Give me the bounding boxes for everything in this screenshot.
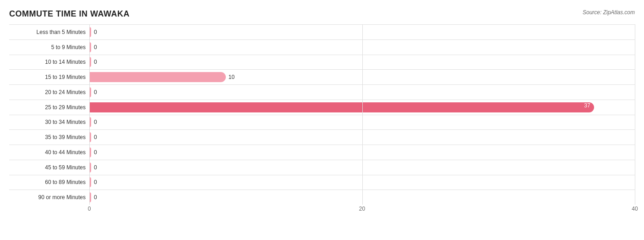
bar-label: 5 to 9 Minutes [9, 44, 89, 50]
bar-fill [89, 147, 91, 157]
bar-value: 37 [584, 102, 590, 109]
bar-value: 0 [94, 164, 97, 171]
bar-fill [89, 192, 91, 202]
bar-fill: 37 [89, 102, 594, 112]
chart-area: Less than 5 Minutes05 to 9 Minutes010 to… [9, 24, 635, 205]
bar-value: 0 [94, 179, 97, 185]
chart-title: COMMUTE TIME IN WAWAKA [9, 9, 130, 19]
bar-track: 0 [89, 25, 635, 39]
bar-fill [89, 27, 91, 37]
bar-fill [89, 177, 91, 187]
bar-row: 40 to 44 Minutes0 [9, 145, 635, 160]
bar-row: 25 to 29 Minutes37 [9, 100, 635, 115]
grid-line [635, 24, 635, 205]
bar-row: 20 to 24 Minutes0 [9, 84, 635, 100]
bar-row: 35 to 39 Minutes0 [9, 129, 635, 145]
bar-track: 10 [89, 70, 635, 84]
bar-value: 0 [94, 119, 97, 125]
bar-row: 90 or more Minutes0 [9, 190, 635, 205]
bar-track: 0 [89, 85, 635, 100]
bar-fill [89, 132, 91, 142]
bar-track: 0 [89, 160, 635, 175]
bar-label: 60 to 89 Minutes [9, 179, 89, 185]
bar-fill [89, 162, 91, 173]
chart-source: Source: ZipAtlas.com [583, 9, 635, 16]
bar-label: 30 to 34 Minutes [9, 119, 89, 125]
bar-value: 0 [94, 29, 97, 35]
bar-label: 40 to 44 Minutes [9, 149, 89, 156]
bar-track: 0 [89, 175, 635, 190]
bar-track: 0 [89, 115, 635, 130]
bar-row: 60 to 89 Minutes0 [9, 175, 635, 190]
bar-fill [89, 87, 91, 97]
bar-value: 0 [94, 44, 97, 50]
x-tick-label: 20 [359, 206, 365, 212]
bar-track: 0 [89, 130, 635, 145]
bar-row: 15 to 19 Minutes10 [9, 69, 635, 84]
bar-fill [89, 42, 91, 52]
bar-label: 10 to 14 Minutes [9, 59, 89, 65]
bar-label: 25 to 29 Minutes [9, 104, 89, 111]
x-axis: 02040 [89, 206, 635, 215]
bar-track: 0 [89, 190, 635, 205]
bar-label: 90 or more Minutes [9, 194, 89, 201]
bar-label: 20 to 24 Minutes [9, 89, 89, 95]
chart-header: COMMUTE TIME IN WAWAKA Source: ZipAtlas.… [9, 9, 635, 19]
bar-row: Less than 5 Minutes0 [9, 24, 635, 39]
bar-row: 30 to 34 Minutes0 [9, 115, 635, 130]
bar-track: 0 [89, 40, 635, 55]
chart-container: COMMUTE TIME IN WAWAKA Source: ZipAtlas.… [0, 0, 644, 240]
bar-label: 45 to 59 Minutes [9, 164, 89, 171]
bar-track: 37 [89, 100, 635, 115]
bar-track: 0 [89, 145, 635, 160]
bar-fill [89, 72, 226, 82]
x-tick-label: 40 [632, 206, 638, 212]
bar-row: 45 to 59 Minutes0 [9, 160, 635, 175]
bar-value: 10 [229, 74, 235, 80]
bar-value: 0 [94, 89, 97, 95]
bar-row: 10 to 14 Minutes0 [9, 55, 635, 70]
bar-value: 0 [94, 134, 97, 140]
bar-label: 15 to 19 Minutes [9, 74, 89, 80]
bar-value: 0 [94, 59, 97, 65]
bar-row: 5 to 9 Minutes0 [9, 39, 635, 55]
bar-value: 0 [94, 194, 97, 201]
bar-value: 0 [94, 149, 97, 156]
bar-fill [89, 117, 91, 127]
bar-label: 35 to 39 Minutes [9, 134, 89, 140]
x-tick-label: 0 [88, 206, 91, 212]
bar-track: 0 [89, 55, 635, 70]
bar-fill [89, 57, 91, 67]
bar-label: Less than 5 Minutes [9, 29, 89, 35]
